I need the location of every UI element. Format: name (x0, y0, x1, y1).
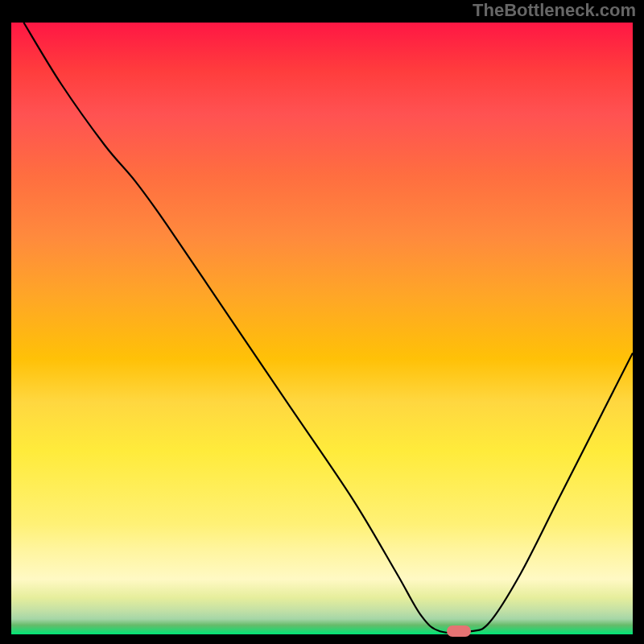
chart-container: TheBottleneck.com (0, 0, 644, 644)
optimal-point-marker (447, 625, 471, 637)
watermark-text: TheBottleneck.com (473, 0, 636, 21)
bottleneck-curve (11, 23, 633, 634)
